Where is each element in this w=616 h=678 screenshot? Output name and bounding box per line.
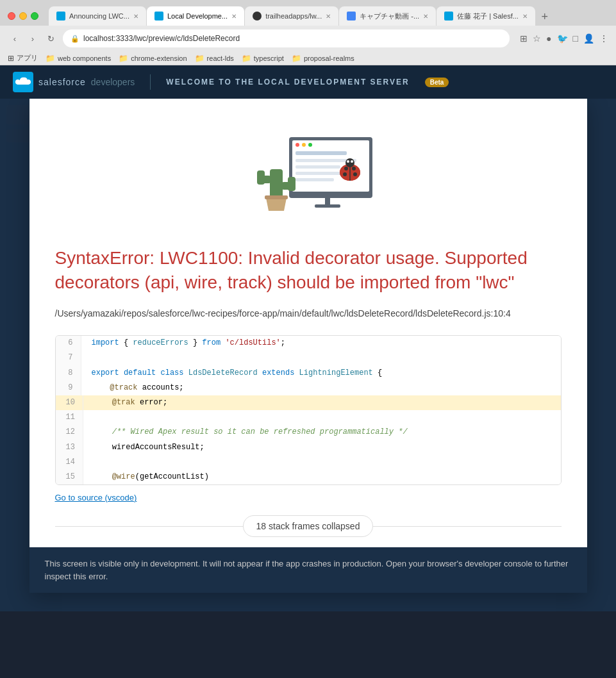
twitter-icon[interactable]: 🐦 [557, 33, 568, 44]
tab-favicon [444, 12, 453, 21]
code-block: 6 import { reduceErrors } from 'c/ldsUti… [55, 335, 562, 485]
error-title: SyntaxError: LWC1100: Invalid decorator … [55, 246, 562, 295]
extension-icon[interactable]: □ [573, 33, 578, 44]
folder-icon: 📁 [195, 54, 204, 63]
tab-label: Local Developme... [167, 12, 228, 20]
folder-icon: 📁 [292, 54, 301, 63]
close-button[interactable] [8, 12, 15, 20]
tab-favicon [347, 12, 356, 21]
new-tab-button[interactable]: + [536, 8, 554, 26]
tab-local-dev[interactable]: Local Developme... ✕ [147, 6, 244, 26]
goto-source-link[interactable]: Go to source (vscode) [55, 493, 562, 502]
line-content [81, 351, 561, 365]
svg-rect-11 [315, 204, 340, 208]
bookmark-chrome-extension[interactable]: 📁 chrome-extension [119, 54, 187, 63]
maximize-button[interactable] [31, 12, 38, 20]
sf-header: salesforce developers WELCOME TO THE LOC… [0, 65, 616, 99]
line-content: import { reduceErrors } from 'c/ldsUtils… [81, 336, 561, 351]
traffic-lights [8, 12, 38, 20]
svg-rect-7 [296, 165, 340, 169]
beta-badge: Beta [425, 78, 449, 87]
line-num: 13 [56, 440, 83, 455]
code-row-6: 6 import { reduceErrors } from 'c/ldsUti… [56, 336, 561, 351]
line-content [83, 455, 561, 470]
browser-top-bar: Announcing LWC... ✕ Local Developme... ✕… [0, 0, 616, 26]
svg-point-15 [344, 167, 348, 170]
svg-rect-26 [288, 177, 296, 191]
sf-nav-text: developers [91, 77, 135, 87]
line-num: 9 [56, 381, 81, 395]
tab-close-icon[interactable]: ✕ [326, 13, 331, 20]
svg-point-18 [353, 172, 357, 176]
bookmark-proposal-realms[interactable]: 📁 proposal-realms [292, 54, 354, 63]
svg-point-16 [352, 167, 356, 170]
tab-trailhead[interactable]: trailheadapps/lw... ✕ [245, 6, 338, 26]
forward-button[interactable]: › [26, 31, 40, 45]
tab-close-icon[interactable]: ✕ [522, 13, 528, 20]
line-num: 15 [56, 470, 83, 484]
browser-tabs: Announcing LWC... ✕ Local Developme... ✕… [49, 6, 608, 26]
translate-icon[interactable]: ⊞ [520, 33, 528, 44]
modal-content: SyntaxError: LWC1100: Invalid decorator … [29, 233, 587, 593]
bookmark-label: アプリ [17, 53, 38, 63]
address-bar[interactable]: 🔒 localhost:3333/lwc/preview/c/ldsDelete… [63, 29, 510, 47]
code-row-8: 8 export default class LdsDeleteRecord e… [56, 366, 561, 381]
tab-label: trailheadapps/lw... [265, 12, 322, 20]
bookmark-web-components[interactable]: 📁 web components [46, 54, 111, 63]
tab-label: 佐藤 花子 | Salesf... [457, 12, 519, 21]
minimize-button[interactable] [19, 12, 27, 20]
tab-favicon [253, 12, 262, 21]
bookmark-label: web components [58, 54, 111, 62]
tab-capture[interactable]: キャプチャ動画 -... ✕ [339, 6, 436, 26]
bookmark-label: react-lds [207, 54, 234, 62]
svg-point-3 [302, 143, 306, 147]
bookmarks-bar: ⊞ アプリ 📁 web components 📁 chrome-extensio… [0, 51, 616, 65]
back-button[interactable]: ‹ [8, 31, 22, 45]
user-avatar[interactable]: 👤 [583, 33, 594, 44]
folder-icon: 📁 [119, 54, 128, 63]
menu-icon[interactable]: ⋮ [599, 33, 608, 44]
line-num: 8 [56, 366, 81, 381]
app-background: SyntaxError: LWC1100: Invalid decorator … [0, 99, 616, 611]
line-content: @track accounts; [81, 381, 561, 395]
tab-close-icon[interactable]: ✕ [231, 13, 237, 20]
star-icon[interactable]: ☆ [533, 33, 541, 44]
svg-point-21 [351, 160, 353, 163]
folder-icon: 📁 [46, 54, 55, 63]
collapsed-frames: 18 stack frames collapsed [55, 515, 562, 537]
svg-rect-9 [296, 178, 334, 181]
code-row-15: 15 @wire(getAccountList) [56, 470, 561, 484]
line-num: 6 [56, 336, 81, 351]
code-row-13: 13 wiredAccountsResult; [56, 440, 561, 455]
code-row-7: 7 [56, 351, 561, 365]
browser-chrome: Announcing LWC... ✕ Local Developme... ✕… [0, 0, 616, 65]
code-row-9: 9 @track accounts; [56, 381, 561, 395]
error-filepath: /Users/yamazaki/repos/salesforce/lwc-rec… [55, 308, 562, 320]
tab-close-icon[interactable]: ✕ [423, 13, 428, 20]
salesforce-logo-icon [13, 72, 33, 92]
tab-announcing[interactable]: Announcing LWC... ✕ [49, 6, 146, 26]
sf-server-title: WELCOME TO THE LOCAL DEVELOPMENT SERVER [166, 78, 409, 87]
divider-right [373, 526, 561, 527]
profile-icon[interactable]: ● [546, 33, 551, 44]
svg-point-19 [345, 158, 354, 167]
bookmark-react-lds[interactable]: 📁 react-lds [195, 54, 234, 63]
line-content: /** Wired Apex result so it can be refre… [83, 425, 561, 440]
code-row-12: 12 /** Wired Apex result so it can be re… [56, 425, 561, 440]
folder-icon: 📁 [242, 54, 251, 63]
tab-favicon [154, 12, 163, 21]
header-divider [150, 74, 151, 90]
collapsed-frames-button[interactable]: 18 stack frames collapsed [243, 515, 374, 537]
tab-close-icon[interactable]: ✕ [133, 13, 138, 20]
bookmark-apps[interactable]: ⊞ アプリ [8, 53, 38, 63]
dev-notice: This screen is visible only in developme… [29, 547, 587, 593]
svg-rect-24 [257, 170, 265, 185]
bookmark-typescript[interactable]: 📁 typescript [242, 54, 284, 63]
tab-label: Announcing LWC... [69, 12, 129, 20]
url-text: localhost:3333/lwc/preview/c/ldsDeleteRe… [83, 34, 502, 43]
line-num: 7 [56, 351, 81, 365]
line-content: export default class LdsDeleteRecord ext… [81, 366, 561, 381]
reload-button[interactable]: ↻ [44, 31, 58, 45]
tab-sato[interactable]: 佐藤 花子 | Salesf... ✕ [437, 6, 535, 26]
apps-icon: ⊞ [8, 54, 14, 63]
